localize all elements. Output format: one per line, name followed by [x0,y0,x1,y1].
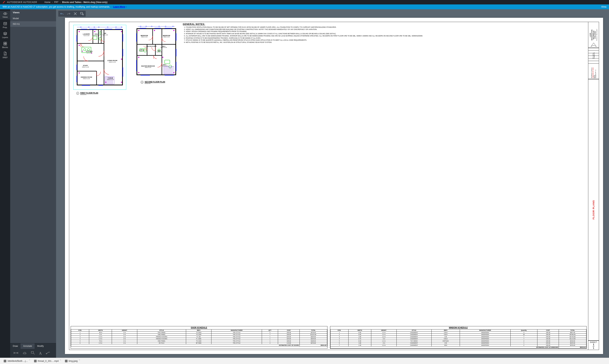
revision-cloud-icon[interactable] [22,351,27,355]
tb-college: LAKE WASHINGTON TECHNICAL COLLEGEKirklan… [588,22,599,48]
svg-point-127 [162,57,163,58]
taskbar-item-3[interactable]: timg.jpeg ⌃ [63,359,80,363]
note-item: ALL EXTERIOR WALL ARE TO BE 50MMX150MM F… [186,35,587,37]
svg-text:TILE FLOOR: TILE FLOOR [139,51,144,52]
views-list: Model ISO A1 [10,16,56,358]
svg-text:HRWD FLOOR: HRWD FLOOR [161,47,167,48]
table-row: 20.501.2 mCASEMENTCN14ANDERSEN20189.00$3… [330,334,586,336]
tb-floor-plans: FLOOR PLANS [588,79,599,340]
rail-label: Blocks [2,46,8,48]
svg-rect-164 [31,351,33,353]
chevron-up-icon: ⌃ [60,359,61,361]
layers-icon [3,32,7,36]
rail-blocks[interactable]: Blocks [0,41,10,50]
svg-text:HRWD FLOOR: HRWD FLOOR [82,66,89,68]
note-item: VERIFY ALL DIMENSIONS AND CONDITIONS BEF… [186,29,587,30]
learn-more-link[interactable]: Learn More› [113,6,127,8]
svg-text:TILE FLOOR: TILE FLOOR [83,35,89,36]
table-row: 41.5 m2 mFRENCH DOORSFL 1000TRU STYLE132… [71,338,327,340]
crumb-home[interactable]: Home [45,1,51,3]
paper-frame: LAUNDRY TILE FLOOR HALL TILE FLOOR B/R T… [69,22,599,350]
topbar: AUTODESK® AUTOCAD® Home › FRT › Blocks a… [0,0,609,4]
note-item: FOUNDATION VENTILATION EQUAL TO 300 SQ M… [186,26,587,28]
zoom-extents-button[interactable] [73,12,78,16]
plan-key-2-icon: 2 [141,81,144,84]
view-iso-a1[interactable]: ISO A1 [10,21,56,27]
taskbar-item-1[interactable]: 3db48e4d5bd9….j… ⌃ [2,359,30,363]
svg-rect-4 [4,42,5,43]
zoom-window-icon [80,12,84,15]
rail-prop[interactable]: Prop. [0,21,10,30]
first-floor-plan: LAUNDRY TILE FLOOR HALL TILE FLOOR B/R T… [71,23,132,95]
dimension-linear-icon[interactable] [14,351,18,355]
plan-key-1-icon: 1 [76,92,79,95]
svg-line-9 [76,12,77,13]
svg-rect-53 [82,51,83,52]
crumb-file: Blocks and Tables - Metric.dwg (View-onl… [62,1,108,3]
table-row: 50.301.4 mTILT-WASHDHP1042ANDERSEN2109.0… [330,340,586,342]
tab-annotate[interactable]: Annotate [21,343,35,349]
zoom-window-button[interactable] [79,12,84,16]
note-item: INTERIOR OF HOUSE IS TO BE PAINTED WHITE… [186,33,587,35]
svg-text:HRWD FLOOR: HRWD FLOOR [109,62,116,63]
svg-text:LIVING ROOM: LIVING ROOM [107,60,117,61]
breadcrumb: Home › FRT › Blocks and Tables - Metric.… [45,1,108,3]
rail-xref[interactable]: XREF [0,51,10,60]
svg-point-126 [138,57,139,58]
chevron-right-icon: › [52,1,53,3]
svg-text:1: 1 [77,92,78,94]
svg-text:BEDROOM: BEDROOM [163,35,170,36]
table-row: 1.90 m2 mTWO PANELTS 3010TRU STYLE2189.0… [71,331,327,334]
svg-text:HRWD FLOOR: HRWD FLOOR [83,78,90,79]
svg-text:FORUM: FORUM [108,77,113,79]
svg-line-165 [33,353,35,354]
views-panel: Views Model ISO A1 [10,9,56,358]
file-icon [4,360,6,362]
svg-text:TILE FLOOR: TILE FLOOR [156,51,162,52]
taskbar-item-2[interactable]: thread_0_201….mp4 ⌃ [32,359,60,363]
chevron-up-icon: ⌃ [79,359,80,361]
svg-text:MASTER BEDROOM: MASTER BEDROOM [141,65,155,67]
left-rail: Views Prop. Layers Blocks XREF [0,9,10,358]
blocks-icon [3,42,7,45]
svg-rect-117 [144,48,146,52]
svg-point-45 [79,31,80,32]
svg-point-50 [121,82,122,83]
plans-row: LAUNDRY TILE FLOOR HALL TILE FLOOR B/R T… [71,23,587,325]
drawing-viewer[interactable]: LAUNDRY TILE FLOOR HALL TILE FLOOR B/R T… [56,9,609,358]
table-row: 31.801.2 mCASEMENTC34ANDERSEN7249.00$174… [330,336,586,338]
chevron-right-icon: › [126,6,127,8]
svg-text:HRWD FLOOR: HRWD FLOOR [145,67,151,68]
rail-label: Layers [2,36,8,39]
svg-line-11 [76,14,77,15]
file-icon [65,360,68,362]
table-row: 5.70 m2 mONE PANELTS 1040TRU STYLE1189.0… [71,340,327,342]
tab-modify[interactable]: Modify [35,343,46,349]
rail-layers[interactable]: Layers [0,31,10,39]
annotate-tools: A [10,349,56,358]
viewer-toolbar [58,11,86,17]
rail-views[interactable]: Views [0,11,10,20]
svg-text:DINNING ROOM: DINNING ROOM [81,76,92,78]
tab-draw[interactable]: Draw [10,343,21,349]
text-icon[interactable]: A [39,351,42,355]
undo-button[interactable] [59,12,65,16]
svg-text:STUDY: STUDY [83,65,88,66]
leader-icon[interactable] [46,351,50,355]
svg-text:HRWD FLOOR: HRWD FLOOR [141,36,147,38]
room-br: B/R [104,33,106,34]
redo-button[interactable] [66,12,71,16]
table-row: 71.401.2 mCASEMENTW24ANDERSEN2189.00$378… [330,344,586,346]
tb-credits: DRAWN BY CORY B. CHECKED BY BOB DATE SCA… [588,64,599,79]
multileader-icon[interactable] [31,351,35,355]
svg-rect-60 [93,36,97,39]
svg-point-124 [138,72,139,73]
svg-point-49 [79,72,80,74]
svg-text:WALK-IN CLOSET: WALK-IN CLOSET [146,46,157,47]
crumb-frt[interactable]: FRT [54,1,58,3]
note-item: STUCCO SIDING IS TO BE QUIKRETE QUIKWALL… [186,39,587,41]
table-row: 61.5 m2 mBI-FOLDBF 5068TRU STYLE4119.00$… [71,342,327,344]
view-model[interactable]: Model [10,16,56,21]
svg-point-0 [5,13,6,14]
banner-right-text[interactable]: Alrea [601,6,606,8]
